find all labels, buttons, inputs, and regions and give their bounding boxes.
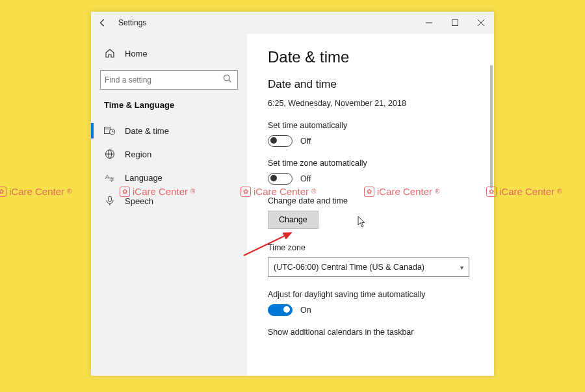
watermark: ✿ iCare Center® <box>486 186 562 197</box>
nav-home-label: Home <box>125 49 148 59</box>
sidebar: Home Time & Language Date & time <box>91 34 247 376</box>
dst-toggle[interactable] <box>268 304 292 316</box>
timezone-dropdown[interactable]: (UTC-06:00) Central Time (US & Canada) ▾ <box>268 257 469 277</box>
scrollbar[interactable] <box>490 65 493 189</box>
svg-rect-16 <box>109 196 112 202</box>
current-datetime: 6:25, Wednesday, November 21, 2018 <box>268 99 469 108</box>
nav-item-label: Region <box>125 150 151 159</box>
auto-tz-label: Set time zone automatically <box>268 159 469 168</box>
maximize-icon <box>452 20 458 26</box>
globe-icon <box>104 149 116 159</box>
svg-rect-6 <box>104 127 110 134</box>
auto-tz-toggle[interactable] <box>268 173 292 185</box>
category-label: Time & Language <box>104 100 234 110</box>
dst-toggle-row: On <box>268 304 469 316</box>
minimize-icon <box>426 20 432 26</box>
nav-item-label: Speech <box>125 196 153 206</box>
chevron-down-icon: ▾ <box>460 264 463 271</box>
nav-item-language[interactable]: A字 Language <box>100 166 238 189</box>
nav-home[interactable]: Home <box>100 43 238 64</box>
home-icon <box>104 48 116 59</box>
nav-item-label: Language <box>125 173 162 183</box>
dst-state: On <box>300 306 311 315</box>
svg-text:字: 字 <box>109 177 114 183</box>
close-button[interactable] <box>468 12 494 34</box>
minimize-button[interactable] <box>416 12 442 34</box>
auto-time-state: Off <box>300 137 311 146</box>
dst-label: Adjust for daylight saving time automati… <box>268 290 469 299</box>
section-title: Date and time <box>268 78 469 91</box>
calendars-label: Show additional calendars in the taskbar <box>268 328 469 337</box>
svg-point-4 <box>224 75 229 81</box>
app-title: Settings <box>118 18 146 27</box>
page-title: Date & time <box>268 48 469 66</box>
maximize-button[interactable] <box>442 12 468 34</box>
auto-time-toggle[interactable] <box>268 135 292 147</box>
language-icon: A字 <box>104 172 116 183</box>
search-input-wrapper[interactable] <box>100 70 238 90</box>
search-icon <box>223 74 233 86</box>
nav-item-region[interactable]: Region <box>100 142 238 166</box>
title-bar: Settings <box>91 12 494 34</box>
window-body: Home Time & Language Date & time <box>91 34 494 376</box>
svg-line-5 <box>229 80 231 82</box>
content-pane: Date & time Date and time 6:25, Wednesda… <box>247 34 494 376</box>
auto-time-label: Set time automatically <box>268 121 469 130</box>
auto-tz-state: Off <box>300 174 311 183</box>
close-icon <box>478 20 484 26</box>
back-button[interactable] <box>91 12 114 34</box>
nav-item-label: Date & time <box>125 126 169 136</box>
clock-calendar-icon <box>104 125 116 136</box>
nav-item-speech[interactable]: Speech <box>100 189 238 213</box>
auto-tz-toggle-row: Off <box>268 173 469 185</box>
arrow-left-icon <box>98 18 107 27</box>
timezone-label: Time zone <box>268 243 469 252</box>
search-input[interactable] <box>105 75 223 85</box>
auto-time-toggle-row: Off <box>268 135 469 147</box>
nav-item-date-time[interactable]: Date & time <box>100 119 238 142</box>
change-label: Change date and time <box>268 196 469 205</box>
watermark: ✿ iCare Center® <box>0 186 72 197</box>
svg-rect-1 <box>452 20 458 26</box>
microphone-icon <box>104 196 116 206</box>
timezone-value: (UTC-06:00) Central Time (US & Canada) <box>274 263 424 272</box>
change-button[interactable]: Change <box>268 211 318 229</box>
settings-window: Settings Home <box>91 12 494 376</box>
watermark-logo-icon: ✿ <box>0 187 6 197</box>
